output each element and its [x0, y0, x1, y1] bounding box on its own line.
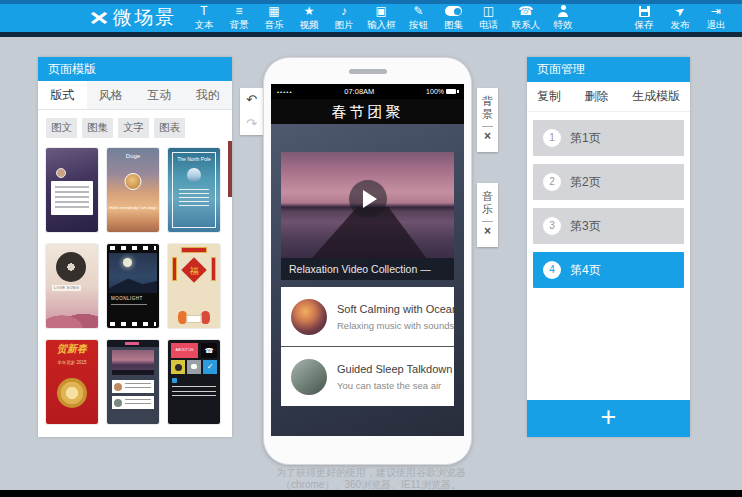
pages-list: 1 第1页 2 第2页 3 第3页 4 第4页	[527, 112, 690, 288]
list-item-avatar	[291, 299, 327, 335]
tool-music[interactable]: ▦ 音乐	[262, 4, 286, 32]
tool-phone[interactable]: ◫ 电话	[477, 4, 501, 32]
filter-image-text[interactable]: 图文	[46, 118, 77, 138]
north-pole-title: The North Pole	[168, 156, 220, 162]
tool-button-label: 按钮	[409, 19, 428, 32]
publish-button[interactable]: ➤ 发布	[668, 4, 692, 32]
page-item-2[interactable]: 2 第2页	[533, 164, 684, 200]
template-thumb-north-pole[interactable]: The North Pole	[168, 148, 220, 232]
undo-button[interactable]: ↶	[240, 88, 263, 112]
tab-layout[interactable]: 版式	[38, 81, 87, 109]
decor-circle-photo	[187, 168, 201, 182]
template-thumb-love-song[interactable]: LOVE SONG	[46, 244, 98, 328]
pages-panel: 页面管理 复制 删除 生成模版 1 第1页 2 第2页 3 第3页 4 第4页	[527, 57, 690, 437]
tool-effects[interactable]: 特效	[551, 4, 575, 32]
app-title: 微场景	[113, 5, 176, 31]
tab-interactive[interactable]: 互动	[135, 81, 184, 109]
app-logo: × 微场景	[92, 5, 176, 31]
list-item[interactable]: Guided Sleep Talkdown You can taste the …	[281, 347, 454, 406]
decor-text-lines	[179, 189, 209, 207]
publish-label: 发布	[671, 19, 690, 32]
tool-background-label: 背景	[230, 19, 249, 32]
page-item-label: 第4页	[570, 262, 601, 279]
video-caption: Relaxation Video Collection —	[281, 258, 454, 280]
browser-hint: 为了获得更好的使用，建议使用谷歌浏览器 （chrome）、360浏览器、IE11…	[0, 467, 742, 490]
templates-tabs: 版式 风格 互动 我的	[38, 81, 232, 110]
page-item-1[interactable]: 1 第1页	[533, 120, 684, 156]
list-item-subtitle: You can taste the sea air	[337, 380, 452, 391]
page-item-3[interactable]: 3 第3页	[533, 208, 684, 244]
templates-scrollbar-thumb[interactable]	[228, 141, 232, 197]
page-number-badge: 1	[543, 129, 561, 147]
doge-title: Doge	[107, 153, 159, 159]
tool-button[interactable]: ✎ 按钮	[407, 4, 431, 32]
paper-plane-icon: ➤	[675, 4, 685, 18]
phone-screen: ••••• 07:08AM 100% 春节团聚 Relaxation Video…	[271, 84, 464, 436]
history-controls: ↶ ↷	[240, 88, 263, 135]
tab-style[interactable]: 风格	[87, 81, 136, 109]
save-button[interactable]: 保存	[632, 4, 656, 32]
filter-text[interactable]: 文字	[118, 118, 149, 138]
app-window: × 微场景 T 文本 ≡ 背景 ▦ 音乐 ★ 视频 ♪ 图片	[0, 0, 742, 497]
music-element-tab[interactable]: 音乐 ×	[477, 183, 498, 247]
image-bar-icon: ◫	[483, 4, 494, 18]
page-item-label: 第3页	[570, 218, 601, 235]
tool-picture[interactable]: ♪ 图片	[332, 4, 356, 32]
battery-icon	[446, 89, 456, 94]
list-item-texts: Guided Sleep Talkdown You can taste the …	[337, 363, 452, 391]
filter-gallery[interactable]: 图集	[82, 118, 113, 138]
template-thumb-dark-tiles[interactable]: ABOUT US	[168, 340, 220, 424]
music-tab-label: 音乐	[482, 190, 494, 216]
exit-button[interactable]: ⇥ 退出	[704, 4, 728, 32]
redo-icon: ↷	[246, 116, 257, 131]
template-thumb-newyear-fu[interactable]: 福	[168, 244, 220, 328]
chat-tile	[187, 360, 201, 374]
list-icon: ≡	[236, 4, 243, 18]
pages-panel-title: 页面管理	[527, 57, 690, 82]
exit-label: 退出	[707, 19, 726, 32]
tab-mine[interactable]: 我的	[184, 81, 233, 109]
tool-text[interactable]: T 文本	[192, 4, 216, 32]
close-icon[interactable]: ×	[484, 225, 491, 237]
decor-doge-avatar	[125, 173, 142, 190]
decor-gold-plate	[57, 378, 87, 408]
battery-status: 100%	[426, 88, 458, 95]
copy-page-button[interactable]: 复制	[537, 88, 561, 105]
template-thumb-doge[interactable]: Doge Hello everybody I am doge	[107, 148, 159, 232]
bottom-black-bar	[0, 490, 742, 497]
signal-dots-icon: •••••	[277, 89, 293, 95]
add-page-button[interactable]: +	[527, 400, 690, 437]
video-element[interactable]: Relaxation Video Collection —	[281, 152, 454, 280]
template-thumb-video-collection[interactable]	[107, 340, 159, 424]
tool-video[interactable]: ★ 视频	[297, 4, 321, 32]
template-thumb-moonlight[interactable]: MOONLIGHT	[107, 244, 159, 328]
template-thumb-profile-card[interactable]	[46, 148, 98, 232]
tool-background[interactable]: ≡ 背景	[227, 4, 251, 32]
pencil-edit-icon: ✎	[413, 4, 423, 18]
template-thumb-hexinchun[interactable]: 贺新春 羊年贺岁 2015	[46, 340, 98, 424]
tool-contacts[interactable]: ☎ 联系人	[512, 4, 541, 32]
decor-avatar	[56, 168, 66, 178]
decor-vinyl-record	[56, 252, 86, 282]
headphones-tile	[171, 360, 185, 374]
tool-input-box[interactable]: ▣ 输入框	[367, 4, 396, 32]
text-icon: T	[200, 4, 207, 18]
generate-template-button[interactable]: 生成模版	[632, 88, 680, 105]
list-item[interactable]: Soft Calming with Ocean Relaxing music w…	[281, 287, 454, 346]
delete-page-button[interactable]: 删除	[585, 88, 609, 105]
check-tile	[203, 360, 217, 374]
tool-gallery[interactable]: 图集	[442, 4, 466, 32]
background-element-tab[interactable]: 背景 ×	[477, 88, 498, 152]
redo-button[interactable]: ↷	[240, 112, 263, 136]
tool-picture-label: 图片	[335, 19, 354, 32]
play-button-icon[interactable]	[349, 180, 387, 218]
filter-chart[interactable]: 图表	[154, 118, 185, 138]
decor-figure	[201, 311, 210, 324]
close-icon[interactable]: ×	[484, 130, 491, 142]
content-card: Soft Calming with Ocean Relaxing music w…	[281, 287, 454, 406]
page-item-4-selected[interactable]: 4 第4页	[533, 252, 684, 288]
pages-actions: 复制 删除 生成模版	[527, 82, 690, 112]
page-title[interactable]: 春节团聚	[271, 99, 464, 124]
list-item-avatar	[291, 359, 327, 395]
page-number-badge: 3	[543, 217, 561, 235]
